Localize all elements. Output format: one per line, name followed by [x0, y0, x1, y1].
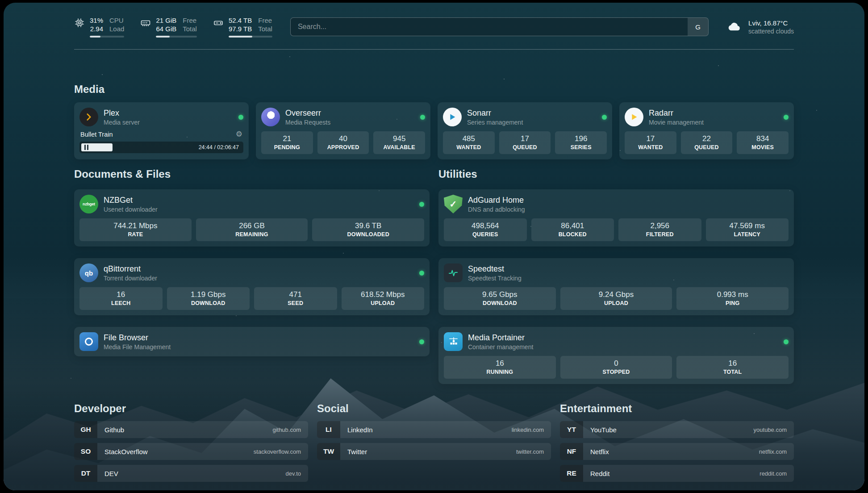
dashboard-screen: 31% 2.94 CPU Load: [4, 3, 864, 490]
playback-progress-bar: 24:44 / 02:06:47: [79, 142, 243, 153]
stat-ping: 0.993 ms PING: [676, 287, 789, 310]
stat-upload: 618.52 Mbps UPLOAD: [342, 287, 425, 310]
dashboard-content: 31% 2.94 CPU Load: [4, 3, 864, 490]
header-divider: [74, 49, 794, 50]
media-grid: Plex Media server Bullet Train ⚙: [74, 102, 794, 159]
service-name: NZBGet: [104, 195, 158, 205]
section-utilities: Utilities ✓ AdGuard Home DNS and adblock…: [438, 167, 794, 384]
github-icon: GH: [74, 421, 97, 438]
service-name: Overseerr: [285, 108, 330, 118]
stat-queries: 498,564 QUERIES: [444, 218, 527, 241]
cpu-label: CPU: [109, 16, 124, 25]
service-desc: DNS and adblocking: [468, 205, 525, 213]
cpu-load-value: 2.94: [90, 25, 103, 33]
stat-downloaded: 39.6 TB DOWNLOADED: [312, 218, 424, 241]
service-card-speedtest[interactable]: Speedtest Speedtest Tracking 9.65 Gbps D…: [438, 258, 794, 315]
service-card-nzbget[interactable]: nzbget NZBGet Usenet downloader 744.21 M…: [74, 189, 430, 246]
disk-free-label: Free: [258, 16, 272, 25]
memory-total-label: Total: [183, 25, 197, 33]
memory-widget: 21 GiB 64 GiB Free Total: [140, 16, 197, 38]
memory-progress-bar: [156, 36, 197, 38]
stat-stopped: 0 STOPPED: [560, 356, 672, 379]
disk-total-label: Total: [258, 25, 272, 33]
bookmark-group-social: Social LI LinkedIn linkedin.com TW Twitt…: [317, 402, 551, 487]
status-online-dot: [784, 339, 789, 344]
status-online-dot: [419, 339, 424, 344]
service-desc: Torrent downloader: [104, 274, 157, 282]
linkedin-icon: LI: [317, 421, 340, 438]
service-card-overseerr[interactable]: Overseerr Media Requests 21 PENDING 40 A…: [256, 102, 430, 159]
youtube-icon: YT: [560, 421, 583, 438]
cpu-progress-bar: [90, 36, 124, 38]
weather-widget[interactable]: Lviv, 16.87°C scattered clouds: [726, 19, 794, 35]
service-name: Radarr: [649, 108, 704, 118]
search-bar: G: [290, 17, 709, 36]
bookmark-reddit[interactable]: RE Reddit reddit.com: [560, 465, 794, 482]
social-heading: Social: [317, 402, 551, 415]
entertainment-heading: Entertainment: [560, 402, 794, 415]
developer-heading: Developer: [74, 402, 308, 415]
bookmark-twitter[interactable]: TW Twitter twitter.com: [317, 443, 551, 460]
disk-progress-bar: [229, 36, 272, 38]
stat-queued: 22 QUEUED: [681, 131, 733, 154]
service-card-adguard[interactable]: ✓ AdGuard Home DNS and adblocking 498,56…: [438, 189, 794, 246]
now-playing-title: Bullet Train: [80, 131, 113, 138]
pause-icon[interactable]: [84, 145, 88, 150]
stackoverflow-icon: SO: [74, 443, 97, 460]
memory-icon: [140, 17, 151, 28]
service-desc: Series management: [467, 118, 523, 126]
search-input[interactable]: [291, 18, 688, 36]
cpu-progress-fill: [90, 36, 100, 38]
service-desc: Media File Management: [104, 343, 171, 351]
stat-upload: 9.24 Gbps UPLOAD: [560, 287, 672, 310]
plex-now-playing: Bullet Train ⚙ 24:44 / 02:06:47: [79, 130, 243, 153]
bookmark-group-entertainment: Entertainment YT YouTube youtube.com NF …: [560, 402, 794, 487]
service-name: qBittorrent: [104, 264, 157, 274]
section-media: Media Plex Media server: [74, 83, 794, 159]
stat-filtered: 2,956 FILTERED: [618, 218, 701, 241]
stat-pending: 21 PENDING: [261, 131, 313, 154]
stat-blocked: 86,401 BLOCKED: [531, 218, 614, 241]
bookmark-github[interactable]: GH Github github.com: [74, 421, 308, 438]
memory-progress-fill: [156, 36, 169, 38]
service-card-plex[interactable]: Plex Media server Bullet Train ⚙: [74, 102, 249, 159]
service-card-portainer[interactable]: Media Portainer Container management 16 …: [438, 327, 794, 384]
stat-running: 16 RUNNING: [444, 356, 556, 379]
stat-remaining: 266 GB REMAINING: [196, 218, 308, 241]
search-provider-button[interactable]: G: [688, 18, 708, 36]
stat-movies: 834 MOVIES: [737, 131, 789, 154]
gear-icon[interactable]: ⚙: [236, 130, 242, 138]
adguard-shield-icon: ✓: [444, 195, 463, 213]
status-online-dot: [238, 115, 243, 120]
portainer-icon: [444, 332, 463, 351]
service-card-sonarr[interactable]: Sonarr Series management 485 WANTED 17 Q…: [438, 102, 612, 159]
status-online-dot: [784, 115, 789, 120]
bookmark-netflix[interactable]: NF Netflix netflix.com: [560, 443, 794, 460]
resource-widgets: 31% 2.94 CPU Load: [74, 16, 272, 38]
overseerr-icon: [261, 108, 280, 126]
bookmark-group-developer: Developer GH Github github.com SO StackO…: [74, 402, 308, 487]
bookmark-stackoverflow[interactable]: SO StackOverflow stackoverflow.com: [74, 443, 308, 460]
stat-wanted: 17 WANTED: [625, 131, 676, 154]
cpu-load-label: Load: [109, 25, 124, 33]
service-card-qbittorrent[interactable]: qb qBittorrent Torrent downloader 16 LEE…: [74, 258, 430, 315]
filebrowser-icon: [79, 332, 98, 351]
nzbget-icon: nzbget: [79, 195, 98, 213]
bookmark-dev[interactable]: DT DEV dev.to: [74, 465, 308, 482]
status-online-dot: [419, 271, 424, 276]
twitter-icon: TW: [317, 443, 340, 460]
disk-icon: [213, 17, 224, 28]
stat-download: 9.65 Gbps DOWNLOAD: [444, 287, 556, 310]
netflix-icon: NF: [560, 443, 583, 460]
service-card-radarr[interactable]: Radarr Movie management 17 WANTED 22 QUE…: [619, 102, 794, 159]
stat-available: 945 AVAILABLE: [373, 131, 425, 154]
memory-total-value: 64 GiB: [156, 25, 176, 33]
service-card-filebrowser[interactable]: File Browser Media File Management: [74, 327, 430, 356]
bookmark-youtube[interactable]: YT YouTube youtube.com: [560, 421, 794, 438]
service-desc: Container management: [468, 343, 533, 351]
status-online-dot: [419, 202, 424, 207]
cloud-icon: [726, 19, 743, 35]
weather-location: Lviv, 16.87°C: [748, 19, 794, 27]
bookmark-linkedin[interactable]: LI LinkedIn linkedin.com: [317, 421, 551, 438]
stat-wanted: 485 WANTED: [443, 131, 495, 154]
